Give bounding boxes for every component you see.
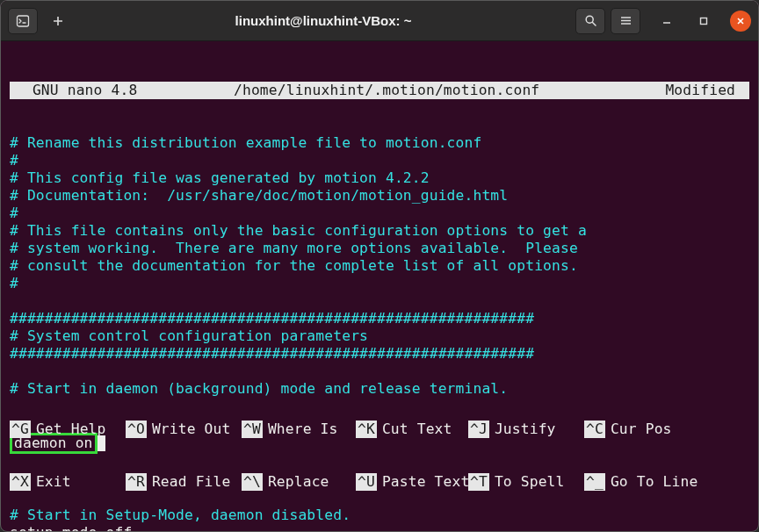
nano-filename: /home/linuxhint/.motion/motion.conf xyxy=(234,82,653,99)
shortcut-label: Replace xyxy=(268,473,329,491)
shortcut-label: Paste Text xyxy=(382,473,470,491)
shortcut-label: Justify xyxy=(495,421,556,438)
nano-title: GNU nano 4.8 xyxy=(10,82,234,99)
shortcut-label: To Spell xyxy=(495,473,565,491)
shortcut-key: ^J xyxy=(468,421,489,438)
svg-line-5 xyxy=(592,23,596,26)
editor-line: # This file contains only the basic conf… xyxy=(10,222,749,240)
minimize-button[interactable] xyxy=(656,11,677,32)
shortcut-label: Cur Pos xyxy=(611,421,672,438)
editor-line xyxy=(10,363,749,380)
shortcut-label: Where Is xyxy=(268,421,338,438)
shortcut-key: ^X xyxy=(10,473,31,491)
editor-line: ########################################… xyxy=(10,345,749,363)
editor-line: # Rename this distribution example file … xyxy=(10,134,749,152)
svg-rect-0 xyxy=(18,16,29,26)
shortcut-label: Read File xyxy=(152,473,231,491)
titlebar: linuxhint@linuxhint-VBox: ~ xyxy=(1,1,758,41)
shortcut-key: ^W xyxy=(242,421,263,438)
shortcut-justify[interactable]: ^JJustify xyxy=(468,421,584,438)
shortcut-where-is[interactable]: ^WWhere Is xyxy=(242,421,356,438)
shortcut-cut-text[interactable]: ^KCut Text xyxy=(356,421,468,438)
titlebar-right xyxy=(575,8,751,34)
terminal-icon xyxy=(16,14,30,28)
window-title: linuxhint@linuxhint-VBox: ~ xyxy=(76,13,570,28)
shortcut-key: ^\ xyxy=(242,473,263,491)
shortcut-replace[interactable]: ^\Replace xyxy=(242,473,356,491)
editor-content: # Rename this distribution example file … xyxy=(10,134,749,398)
footer-row-1: ^GGet Help^OWrite Out^WWhere Is^KCut Tex… xyxy=(10,421,749,438)
terminal-body[interactable]: GNU nano 4.8 /home/linuxhint/.motion/mot… xyxy=(1,41,758,531)
shortcut-key: ^T xyxy=(468,473,489,491)
editor-line: # System control configuration parameter… xyxy=(10,327,749,345)
footer-row-2: ^XExit^RRead File^\Replace^UPaste Text^T… xyxy=(10,473,749,491)
shortcut-key: ^G xyxy=(10,421,31,438)
editor-line: # This config file was generated by moti… xyxy=(10,169,749,187)
editor-line: # xyxy=(10,275,749,292)
plus-icon xyxy=(52,15,64,27)
nano-footer: ^GGet Help^OWrite Out^WWhere Is^KCut Tex… xyxy=(10,385,749,526)
nano-header: GNU nano 4.8 /home/linuxhint/.motion/mot… xyxy=(10,82,749,99)
shortcut-label: Exit xyxy=(36,473,71,491)
shortcut-label: Cut Text xyxy=(382,421,452,438)
shortcut-label: Go To Line xyxy=(611,473,698,491)
maximize-button[interactable] xyxy=(693,11,714,32)
shortcut-read-file[interactable]: ^RRead File xyxy=(126,473,242,491)
editor-line: # Documentation: /usr/share/doc/motion/m… xyxy=(10,187,749,205)
shortcut-key: ^K xyxy=(356,421,377,438)
shortcut-key: ^C xyxy=(584,421,605,438)
close-icon xyxy=(736,17,745,25)
shortcut-key: ^R xyxy=(126,473,147,491)
add-tab-button[interactable] xyxy=(45,8,71,34)
shortcut-to-spell[interactable]: ^TTo Spell xyxy=(468,473,584,491)
shortcut-label: Get Help xyxy=(36,421,106,438)
terminal-window: linuxhint@linuxhint-VBox: ~ xyxy=(0,0,759,532)
search-icon xyxy=(584,14,597,27)
editor-line: # xyxy=(10,152,749,169)
shortcut-key: ^O xyxy=(126,421,147,438)
menu-button[interactable] xyxy=(611,8,640,34)
search-button[interactable] xyxy=(575,8,605,34)
shortcut-go-to-line[interactable]: ^_Go To Line xyxy=(584,473,716,491)
editor-line: ########################################… xyxy=(10,310,749,327)
nano-modified: Modified xyxy=(653,82,749,99)
shortcut-label: Write Out xyxy=(152,421,231,438)
svg-rect-10 xyxy=(701,18,707,24)
shortcut-exit[interactable]: ^XExit xyxy=(10,473,126,491)
close-button[interactable] xyxy=(730,11,751,32)
shortcut-paste-text[interactable]: ^UPaste Text xyxy=(356,473,468,491)
shortcut-write-out[interactable]: ^OWrite Out xyxy=(126,421,242,438)
shortcut-cur-pos[interactable]: ^CCur Pos xyxy=(584,421,716,438)
shortcut-key: ^_ xyxy=(584,473,605,491)
maximize-icon xyxy=(699,17,708,25)
editor-line: # consult the documentation for the comp… xyxy=(10,257,749,275)
editor-line xyxy=(10,292,749,310)
editor-line: # system working. There are many more op… xyxy=(10,240,749,257)
titlebar-left xyxy=(8,8,71,34)
editor-line: # xyxy=(10,205,749,222)
new-tab-button[interactable] xyxy=(8,8,38,34)
hamburger-icon xyxy=(619,14,632,27)
shortcut-get-help[interactable]: ^GGet Help xyxy=(10,421,126,438)
shortcut-key: ^U xyxy=(356,473,377,491)
minimize-icon xyxy=(662,17,671,25)
